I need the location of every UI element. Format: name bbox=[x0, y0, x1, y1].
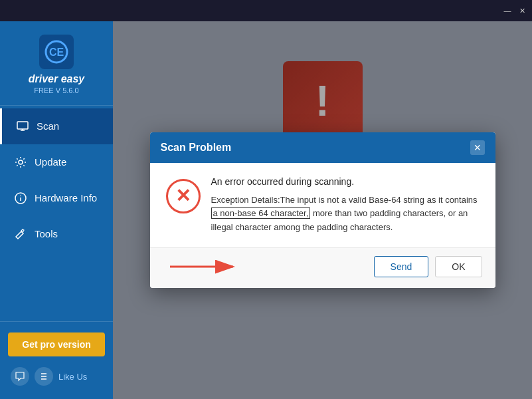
send-button[interactable]: Send bbox=[374, 256, 429, 277]
dialog-detail-text: Exception Details:The input is not a val… bbox=[211, 194, 480, 233]
dialog-footer: Send OK bbox=[150, 247, 495, 288]
title-bar: — ✕ bbox=[0, 0, 532, 21]
dialog-body: ✕ An error occurred during scanning. Exc… bbox=[150, 163, 495, 247]
tools-icon bbox=[13, 227, 28, 241]
sidebar-bottom: Get pro version Like Us bbox=[0, 321, 113, 399]
sidebar-item-hardware-info[interactable]: Hardware Info bbox=[0, 180, 113, 216]
sidebar-footer: Like Us bbox=[0, 362, 113, 394]
highlight-text: a non-base 64 character, bbox=[211, 207, 311, 219]
app-name-label: driver easy bbox=[29, 73, 85, 85]
sidebar-nav: Scan Update bbox=[0, 108, 113, 321]
logo-icon: CE bbox=[39, 35, 74, 69]
svg-rect-2 bbox=[17, 122, 28, 129]
dialog-main-text: An error occurred during scanning. bbox=[211, 176, 480, 187]
main-content: ! Scan Problem ✕ ✕ An error occurred bbox=[113, 21, 532, 399]
info-icon bbox=[13, 191, 28, 205]
sidebar-item-scan-label: Scan bbox=[37, 120, 59, 132]
close-button[interactable]: ✕ bbox=[517, 6, 527, 15]
sidebar-item-scan[interactable]: Scan bbox=[0, 108, 113, 144]
sidebar-item-update[interactable]: Update bbox=[0, 144, 113, 180]
svg-text:CE: CE bbox=[49, 47, 64, 58]
error-icon: ✕ bbox=[166, 179, 201, 213]
app-window: — ✕ CE driver easy FREE V 5.6.0 bbox=[0, 0, 532, 399]
version-label: FREE V 5.6.0 bbox=[34, 86, 78, 94]
app-body: CE driver easy FREE V 5.6.0 bbox=[0, 21, 532, 399]
svg-point-8 bbox=[20, 195, 21, 196]
arrow-indicator bbox=[163, 253, 243, 283]
title-bar-controls: — ✕ bbox=[503, 6, 527, 15]
list-icon[interactable] bbox=[35, 367, 53, 386]
dialog-close-button[interactable]: ✕ bbox=[470, 140, 485, 155]
minimize-button[interactable]: — bbox=[503, 6, 512, 15]
scan-problem-dialog: Scan Problem ✕ ✕ An error occurred durin… bbox=[150, 132, 495, 287]
sidebar-item-hardware-info-label: Hardware Info bbox=[35, 192, 97, 203]
monitor-icon bbox=[15, 119, 30, 134]
dialog-header: Scan Problem ✕ bbox=[150, 132, 495, 163]
chat-icon[interactable] bbox=[11, 367, 29, 386]
sidebar-item-tools[interactable]: Tools bbox=[0, 216, 113, 252]
gear-icon bbox=[13, 155, 28, 170]
sidebar-logo: CE driver easy FREE V 5.6.0 bbox=[0, 21, 113, 106]
svg-point-5 bbox=[19, 160, 23, 164]
ok-button[interactable]: OK bbox=[435, 256, 482, 277]
sidebar: CE driver easy FREE V 5.6.0 bbox=[0, 21, 113, 399]
get-pro-button[interactable]: Get pro version bbox=[8, 332, 105, 356]
like-us-label: Like Us bbox=[58, 372, 87, 382]
sidebar-item-tools-label: Tools bbox=[35, 228, 58, 239]
dialog-message: An error occurred during scanning. Excep… bbox=[211, 176, 480, 233]
sidebar-item-update-label: Update bbox=[35, 156, 66, 168]
dialog-overlay: Scan Problem ✕ ✕ An error occurred durin… bbox=[113, 21, 532, 399]
dialog-title: Scan Problem bbox=[161, 142, 232, 154]
